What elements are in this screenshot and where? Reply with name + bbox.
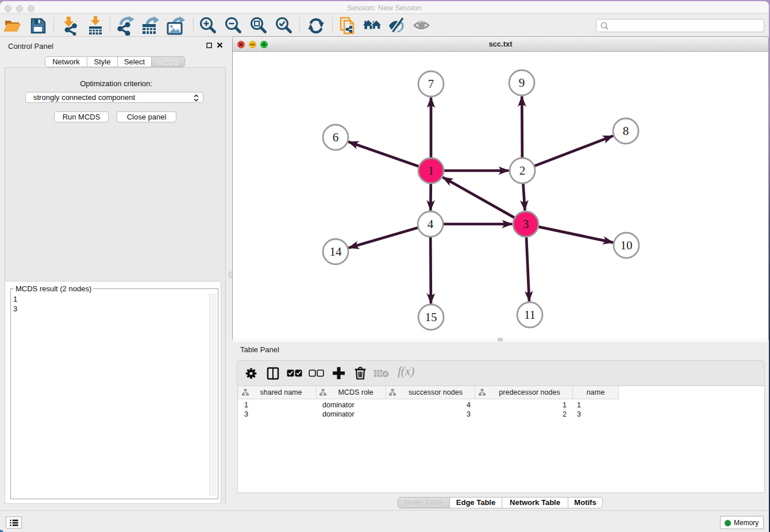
svg-text:2: 2 (519, 164, 526, 178)
svg-text:8: 8 (623, 124, 629, 138)
svg-text:11: 11 (524, 308, 536, 322)
svg-text:14: 14 (330, 245, 342, 259)
svg-text:9: 9 (519, 76, 525, 90)
svg-text:15: 15 (425, 310, 437, 324)
svg-text:7: 7 (428, 77, 434, 91)
svg-text:4: 4 (428, 217, 434, 231)
svg-text:6: 6 (333, 130, 339, 144)
svg-text:1: 1 (428, 164, 434, 178)
svg-text:10: 10 (621, 238, 633, 252)
svg-text:3: 3 (523, 217, 529, 231)
